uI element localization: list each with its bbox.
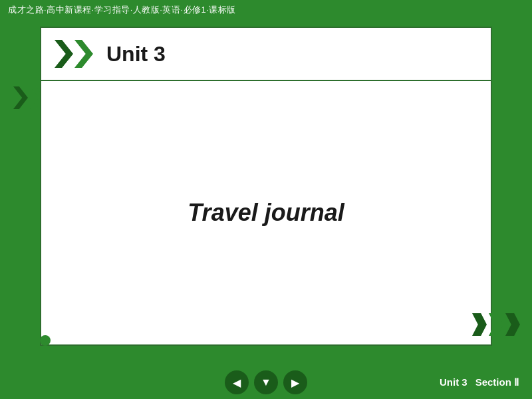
deco-chevron-r-2: [489, 313, 503, 336]
deco-right-chevrons: [472, 313, 520, 336]
prev-button[interactable]: ◀: [225, 370, 249, 394]
header-bar: 成才之路·高中新课程·学习指导·人教版·英语·必修1·课标版: [0, 0, 532, 20]
unit-header: Unit 3: [41, 28, 491, 81]
next-button[interactable]: ▶: [283, 370, 307, 394]
nav-bar: ◀ ▼ ▶ Unit 3 Section Ⅱ: [0, 366, 532, 399]
unit-chevron-1: [55, 40, 73, 68]
deco-chevron-r-3: [505, 313, 520, 336]
deco-chevron-1: [13, 86, 28, 109]
nav-unit-text: Unit 3: [440, 376, 467, 388]
slide-corner-dot: [40, 335, 51, 346]
nav-label: Unit 3 Section Ⅱ: [440, 376, 519, 388]
unit-chevron-2: [74, 40, 93, 68]
home-button[interactable]: ▼: [254, 370, 278, 394]
slide-container: Unit 3 Travel journal: [40, 27, 492, 346]
unit-chevrons: [55, 40, 93, 68]
header-title: 成才之路·高中新课程·学习指导·人教版·英语·必修1·课标版: [8, 5, 236, 15]
unit-label: Unit 3: [106, 42, 166, 66]
slide-body: Travel journal: [41, 81, 491, 344]
main-title: Travel journal: [188, 199, 344, 227]
nav-buttons: ◀ ▼ ▶: [225, 370, 307, 394]
deco-chevron-r-1: [472, 313, 487, 336]
nav-section-text: Section Ⅱ: [475, 376, 519, 388]
